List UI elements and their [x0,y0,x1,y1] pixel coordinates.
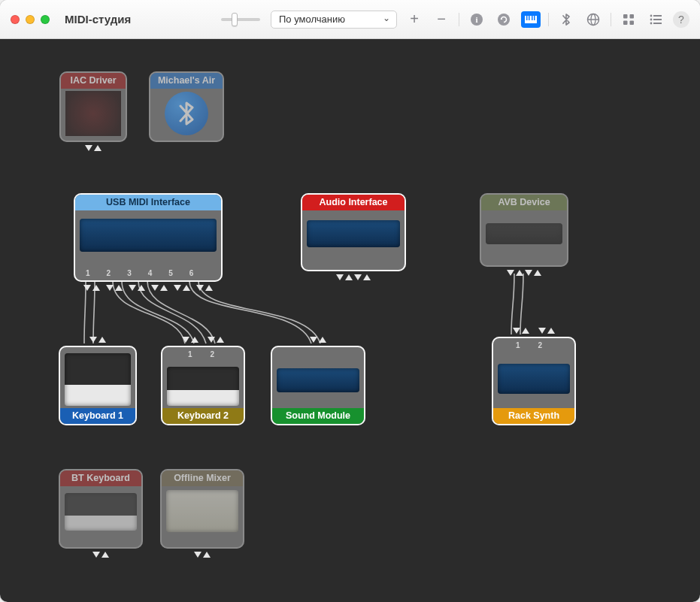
svg-point-18 [650,18,653,20]
svg-text:i: i [475,15,477,24]
svg-rect-15 [630,20,635,25]
test-keyboard-icon[interactable] [521,11,541,28]
bluetooth-icon[interactable] [556,11,576,28]
device-ports [59,337,137,343]
device-label: Offline Mixer [162,470,243,486]
device-label: Rack Synth [493,408,574,424]
device-ports [480,270,568,276]
list-view-icon[interactable] [646,11,665,28]
device-ports [492,328,576,334]
bluetooth-icon [165,92,208,135]
keyboard-icon [65,353,131,406]
svg-point-16 [650,14,653,17]
iac-driver-icon [65,91,121,136]
svg-rect-19 [653,19,662,20]
rack-synth-icon [498,364,570,394]
window-controls [11,15,50,24]
svg-rect-12 [623,14,628,19]
rescan-icon[interactable] [494,11,514,28]
svg-rect-13 [630,14,635,19]
svg-rect-5 [526,16,528,20]
device-keyboard-1[interactable]: Keyboard 1 [59,346,137,425]
close-icon[interactable] [11,15,20,24]
device-usb-midi-interface[interactable]: USB MIDI Interface 1 2 3 4 5 6 [74,193,223,282]
mixer-icon [166,490,238,532]
device-ports [74,285,223,291]
midi-canvas[interactable]: IAC Driver Michael's Air [0,39,700,602]
zoom-slider-thumb[interactable] [232,13,238,26]
icon-view-icon[interactable] [619,11,638,28]
keyboard-icon [65,493,137,531]
device-label: Sound Module [272,408,364,424]
device-offline-mixer[interactable]: Offline Mixer [160,469,244,549]
device-label: IAC Driver [61,73,126,89]
info-icon[interactable]: i [467,11,486,28]
network-icon[interactable] [583,11,603,28]
help-button[interactable]: ? [673,11,689,28]
device-sound-module[interactable]: Sound Module [271,346,365,425]
device-bluetooth-network[interactable]: Michael's Air [149,71,224,142]
svg-rect-7 [532,16,533,20]
device-ports [160,552,244,558]
config-select[interactable]: По умолчанию [271,11,397,29]
zoom-slider[interactable] [221,18,260,21]
config-select-value: По умолчанию [279,14,345,25]
device-label: Audio Interface [302,195,405,210]
add-device-button[interactable]: + [405,11,424,28]
device-rack-synth[interactable]: 1 2 Rack Synth [492,337,576,425]
device-label: Keyboard 2 [162,408,244,424]
remove-device-button[interactable]: − [432,11,451,28]
device-label: Michael's Air [150,73,223,89]
window-title: MIDI-студия [65,13,131,26]
device-ports [271,337,365,343]
svg-point-20 [650,22,653,24]
svg-rect-21 [653,23,662,24]
svg-rect-17 [653,15,662,17]
avb-device-icon [486,223,562,244]
device-bt-keyboard[interactable]: BT Keyboard [59,469,143,549]
device-label: AVB Device [481,195,567,210]
device-label: Keyboard 1 [60,408,135,424]
device-audio-interface[interactable]: Audio Interface [301,193,406,271]
device-avb[interactable]: AVB Device [480,193,568,267]
svg-rect-14 [623,20,628,25]
titlebar: MIDI-студия По умолчанию + − i [0,0,700,39]
keyboard-icon [167,367,239,406]
device-ports [161,337,245,343]
device-ports [301,274,406,280]
svg-rect-8 [534,16,535,20]
zoom-icon[interactable] [41,15,50,24]
minimize-icon[interactable] [26,15,35,24]
usb-midi-interface-icon [80,219,217,252]
device-label: BT Keyboard [60,470,141,486]
svg-rect-6 [529,16,530,20]
sound-module-icon [277,368,359,392]
audio-interface-icon [307,220,400,247]
device-label: USB MIDI Interface [75,195,221,210]
device-ports [59,145,127,151]
svg-point-2 [498,14,510,26]
midi-studio-window: MIDI-студия По умолчанию + − i [0,0,700,602]
device-ports [59,552,143,558]
device-keyboard-2[interactable]: 1 2 Keyboard 2 [161,346,245,425]
device-iac-driver[interactable]: IAC Driver [59,71,127,142]
